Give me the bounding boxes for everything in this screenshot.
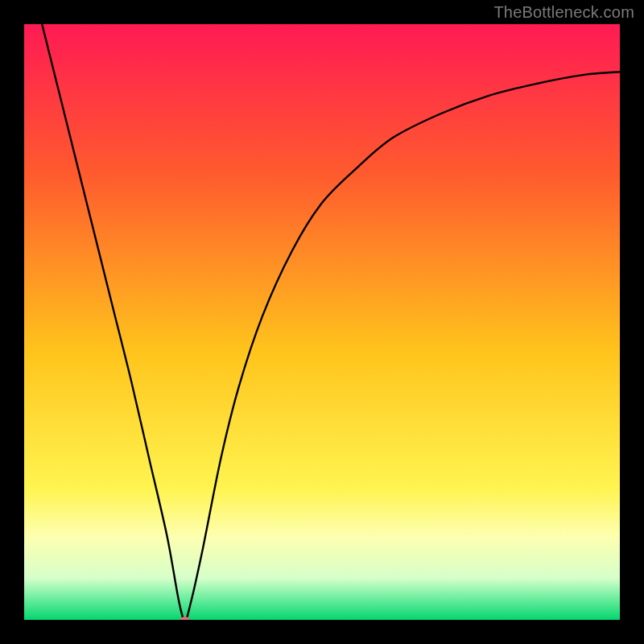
attribution-text: TheBottleneck.com	[493, 3, 634, 22]
chart-frame: TheBottleneck.com	[0, 0, 644, 644]
bottleneck-chart	[24, 24, 620, 620]
chart-background	[24, 24, 620, 620]
